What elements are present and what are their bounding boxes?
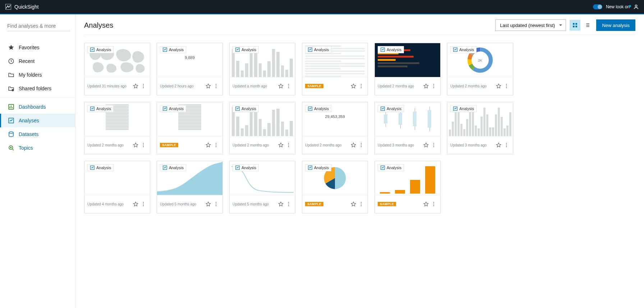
card-thumbnail: Analysis2K [447,43,513,77]
card-menu-button[interactable] [212,82,220,90]
analysis-card[interactable]: AnalysisSAMPLE [302,43,368,95]
svg-point-51 [216,146,216,147]
card-menu-button[interactable] [140,82,147,90]
nav-topics[interactable]: Topics [0,141,75,155]
sample-badge: SAMPLE [160,143,178,147]
favorite-button[interactable] [277,82,284,90]
nav-dashboards[interactable]: Dashboards [0,100,75,114]
card-menu-button[interactable] [140,200,147,208]
favorite-button[interactable] [132,141,139,149]
favorite-button[interactable] [350,200,357,208]
kpi-value: 29,453,359 [325,114,345,119]
list-view-button[interactable] [582,20,593,31]
svg-point-7 [9,132,13,133]
card-menu-button[interactable] [430,82,437,90]
analysis-icon [453,47,458,52]
more-vertical-icon [503,142,509,148]
favorite-button[interactable] [350,141,357,149]
favorite-button[interactable] [132,82,139,90]
card-menu-button[interactable] [503,82,510,90]
card-menu-button[interactable] [285,141,292,149]
card-menu-button[interactable] [212,141,220,149]
analysis-card[interactable]: AnalysisUpdated 2 months ago [84,102,150,154]
favorite-button[interactable] [422,141,429,149]
card-menu-button[interactable] [430,141,437,149]
favorite-button[interactable] [495,82,502,90]
analysis-card[interactable]: AnalysisUpdated 3 months ago [447,102,513,154]
card-footer: Updated 2 months ago [230,136,295,154]
card-menu-button[interactable] [358,82,365,90]
card-menu-button[interactable] [358,200,365,208]
more-vertical-icon [503,83,509,89]
new-analysis-button[interactable]: New analysis [596,19,635,31]
analysis-card[interactable]: AnalysisUpdated 5 months ago [157,161,223,213]
favorite-button[interactable] [422,82,429,90]
more-vertical-icon [213,201,219,207]
analysis-icon [90,106,95,111]
nav-analyses[interactable]: Analyses [0,114,75,127]
nav-favorites[interactable]: Favorites [0,41,75,54]
nav-shared-folders[interactable]: Shared folders [0,82,75,95]
svg-point-67 [506,146,507,147]
favorite-button[interactable] [277,141,284,149]
nav-datasets[interactable]: Datasets [0,127,75,141]
favorite-button[interactable] [204,82,212,90]
favorite-button[interactable] [422,200,429,208]
card-type-badge: Analysis [378,164,404,171]
nav-my-folders[interactable]: My folders [0,68,75,82]
topbar: QuickSight New look on [0,0,644,14]
analysis-card[interactable]: AnalysisSAMPLE [302,161,368,213]
updated-label: Updated 3 months ago [450,143,487,147]
analysis-card[interactable]: Analysis9,889Updated 2 hours ago [157,43,223,95]
card-menu-button[interactable] [212,200,220,208]
grid-view-button[interactable] [570,20,580,31]
user-icon[interactable] [633,4,639,10]
analysis-card[interactable]: AnalysisUpdated 31 minutes ago [84,43,150,95]
svg-point-4 [12,89,14,91]
new-look-toggle[interactable] [593,4,602,9]
card-menu-button[interactable] [503,141,510,149]
analysis-card[interactable]: AnalysisUpdated 2 months ago [229,102,295,154]
card-menu-button[interactable] [285,200,292,208]
card-menu-button[interactable] [140,141,147,149]
svg-point-63 [433,146,434,147]
svg-point-53 [288,143,289,144]
favorite-button[interactable] [350,82,357,90]
sort-dropdown[interactable]: Last updated (newest first) [495,19,566,31]
card-footer: SAMPLE [375,195,440,213]
analysis-card[interactable]: Analysis29,453,359Updated 2 months ago [302,102,368,154]
svg-text:2K: 2K [478,59,482,62]
more-vertical-icon [141,201,146,207]
card-thumbnail: Analysis [375,102,440,136]
svg-point-65 [506,143,507,144]
svg-point-78 [288,204,289,204]
favorite-button[interactable] [132,200,139,208]
analysis-card[interactable]: AnalysisUpdated a month ago [229,43,295,95]
analysis-card[interactable]: AnalysisUpdated 4 months ago [84,161,150,213]
analysis-card[interactable]: AnalysisSAMPLE [374,161,441,213]
analysis-card[interactable]: AnalysisUpdated 2 months ago [374,43,441,95]
card-menu-button[interactable] [358,141,365,149]
analysis-card[interactable]: AnalysisUpdated 3 months ago [374,102,441,154]
favorite-button[interactable] [277,200,284,208]
more-vertical-icon [141,142,146,148]
favorite-button[interactable] [495,141,502,149]
analysis-card[interactable]: AnalysisUpdated 5 months ago [229,161,295,213]
search-input[interactable] [7,21,70,31]
badge-label: Analysis [387,107,401,111]
analysis-card[interactable]: AnalysisSAMPLE [157,102,223,154]
card-footer: Updated 3 months ago [375,136,440,154]
card-footer: SAMPLE [302,77,368,95]
favorite-button[interactable] [204,200,212,208]
favorite-button[interactable] [204,141,212,149]
nav-recent[interactable]: Recent [0,54,75,68]
badge-label: Analysis [169,166,184,170]
card-thumbnail: Analysis [157,102,222,136]
svg-point-73 [216,202,216,203]
kpi-value: 9,889 [185,55,195,60]
card-menu-button[interactable] [285,82,292,90]
card-menu-button[interactable] [430,200,437,208]
analysis-card[interactable]: Analysis2KUpdated 2 months ago [447,43,513,95]
svg-point-24 [288,87,289,88]
svg-point-30 [433,84,434,85]
